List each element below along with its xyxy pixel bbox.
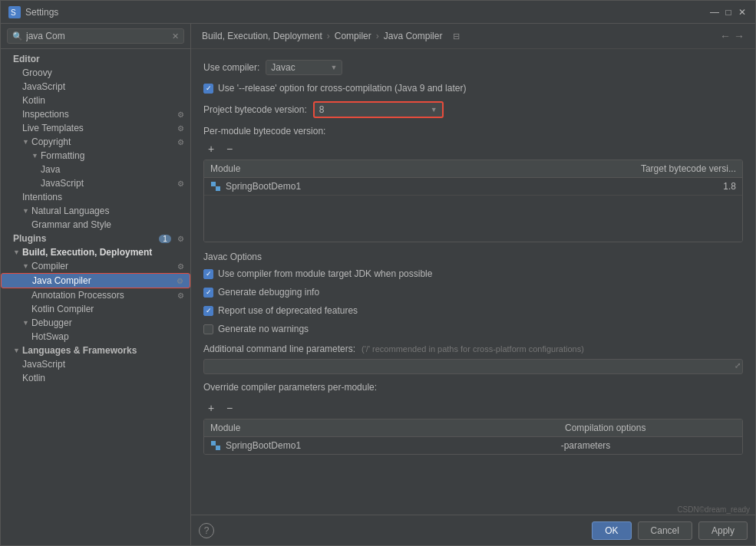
compiler-gear-icon: ⚙ — [177, 262, 184, 271]
clear-icon[interactable]: ✕ — [172, 31, 179, 41]
bottom-left: ? — [199, 523, 214, 538]
sidebar-item-editor[interactable]: Editor — [1, 52, 190, 66]
override-th-module: Module — [204, 419, 559, 436]
sidebar-item-debugger[interactable]: ▼ Debugger — [1, 316, 190, 330]
sidebar-item-plugins[interactable]: Plugins 1 ⚙ — [1, 232, 190, 245]
sidebar-item-groovy[interactable]: Groovy — [1, 66, 190, 80]
sidebar-item-grammar-style[interactable]: Grammar and Style — [1, 218, 190, 232]
sidebar-item-kotlin-lf[interactable]: Kotlin — [1, 371, 190, 385]
window-title: Settings — [25, 7, 58, 18]
nav-forward-button[interactable]: → — [734, 30, 744, 42]
per-module-row[interactable]: SpringBootDemo1 1.8 — [204, 178, 742, 196]
compiler-select-arrow: ▼ — [330, 64, 337, 71]
close-button[interactable]: ✕ — [737, 7, 748, 18]
sidebar-item-kotlin[interactable]: Kotlin — [1, 94, 190, 107]
breadcrumb-part-2: Compiler — [335, 31, 371, 41]
sidebar-item-copyright[interactable]: ▼ Copyright ⚙ — [1, 135, 190, 149]
per-module-module-cell: SpringBootDemo1 — [210, 181, 561, 192]
generate-no-warnings-label: Generate no warnings — [218, 324, 309, 334]
per-module-empty-space — [204, 196, 742, 242]
javac-options-section: Javac Options ✓ Use compiler from module… — [203, 252, 743, 334]
additional-params-field-wrap: ⤢ — [203, 359, 743, 374]
sidebar-item-java-copyright[interactable]: Java — [1, 163, 190, 176]
add-override-button[interactable]: + — [203, 400, 219, 416]
sidebar-item-java-compiler[interactable]: Java Compiler ⚙ — [1, 273, 190, 288]
project-bytecode-label: Project bytecode version: — [203, 104, 307, 115]
override-table-header: Module Compilation options — [204, 419, 742, 437]
per-module-header: Per-module bytecode version: — [203, 126, 743, 136]
per-module-table-header: Module Target bytecode versi... — [204, 160, 742, 178]
main-content-area: 🔍 ✕ Editor Groovy JavaScript Kotlin — [1, 24, 755, 545]
compiler-expand-icon: ▼ — [22, 262, 31, 270]
override-row[interactable]: SpringBootDemo1 -parameters — [204, 437, 742, 454]
compiler-select[interactable]: Javac Eclipse Ajc — [271, 62, 327, 73]
override-buttons: + − — [203, 400, 743, 416]
use-release-checkbox[interactable]: ✓ — [203, 84, 213, 94]
expand-button[interactable]: ⤢ — [735, 361, 741, 370]
nav-back-button[interactable]: ← — [720, 30, 731, 42]
lf-expand-icon: ▼ — [13, 347, 22, 354]
sidebar-item-intentions[interactable]: Intentions — [1, 190, 190, 204]
remove-override-button[interactable]: − — [222, 400, 237, 416]
breadcrumb-sep-1: › — [327, 31, 330, 41]
sidebar-item-build-exec-deploy[interactable]: ▼ Build, Execution, Deployment — [1, 245, 190, 259]
remove-module-button[interactable]: − — [222, 141, 237, 156]
sidebar-item-javascript-lf[interactable]: JavaScript — [1, 357, 190, 371]
bytecode-select[interactable]: 8 11 17 — [319, 104, 428, 115]
ok-button[interactable]: OK — [592, 521, 631, 540]
generate-no-warnings-checkbox[interactable] — [203, 324, 213, 334]
use-compiler-from-module-label: Use compiler from module target JDK when… — [218, 268, 432, 279]
override-module-cell: SpringBootDemo1 — [210, 440, 561, 451]
additional-params-hint: ('/' recommended in paths for cross-plat… — [361, 344, 584, 354]
per-module-label: Per-module bytecode version: — [203, 126, 325, 136]
override-table: Module Compilation options — [203, 419, 743, 455]
cancel-button[interactable]: Cancel — [638, 521, 692, 540]
sidebar-item-languages-frameworks[interactable]: ▼ Languages & Frameworks — [1, 344, 190, 357]
sidebar-item-hotswap[interactable]: HotSwap — [1, 330, 190, 344]
copyright-gear-icon: ⚙ — [177, 138, 184, 146]
svg-rect-3 — [216, 186, 220, 191]
search-input-wrap[interactable]: 🔍 ✕ — [7, 28, 184, 44]
sidebar-item-formatting[interactable]: ▼ Formatting — [1, 149, 190, 163]
sidebar-item-kotlin-compiler[interactable]: Kotlin Compiler — [1, 302, 190, 316]
project-bytecode-row: Project bytecode version: 8 11 17 ▼ — [203, 101, 743, 118]
override-section: Override compiler parameters per-module:… — [203, 382, 743, 455]
bytecode-select-arrow: ▼ — [431, 106, 437, 113]
compiler-select-wrap[interactable]: Javac Eclipse Ajc ▼ — [266, 60, 342, 75]
override-module-name: SpringBootDemo1 — [226, 440, 301, 451]
sidebar-item-annotation-processors[interactable]: Annotation Processors ⚙ — [1, 288, 190, 302]
apply-button[interactable]: Apply — [698, 521, 748, 540]
override-module-icon — [210, 440, 221, 451]
override-th-options: Compilation options — [559, 419, 742, 436]
sidebar-item-live-templates[interactable]: Live Templates ⚙ — [1, 121, 190, 135]
add-module-button[interactable]: + — [203, 141, 219, 156]
natural-languages-expand-icon: ▼ — [22, 207, 31, 215]
live-templates-gear-icon: ⚙ — [177, 124, 184, 133]
bytecode-select-wrap[interactable]: 8 11 17 ▼ — [313, 101, 444, 118]
use-compiler-from-module-checkbox[interactable]: ✓ — [203, 269, 213, 279]
generate-debugging-checkbox[interactable]: ✓ — [203, 288, 213, 298]
sidebar-item-inspections[interactable]: Inspections ⚙ — [1, 107, 190, 121]
sidebar-item-javascript-copyright[interactable]: JavaScript ⚙ — [1, 176, 190, 190]
additional-params-field[interactable]: ⤢ — [203, 359, 743, 374]
title-bar-left: S Settings — [8, 6, 58, 18]
use-compiler-row: Use compiler: Javac Eclipse Ajc ▼ — [203, 60, 743, 75]
sidebar-item-natural-languages[interactable]: ▼ Natural Languages — [1, 204, 190, 218]
search-input[interactable] — [26, 31, 172, 41]
copyright-expand-icon: ▼ — [22, 138, 31, 146]
generate-no-warnings-row: Generate no warnings — [203, 324, 743, 334]
per-module-table: Module Target bytecode versi... Sprin — [203, 160, 743, 242]
sidebar: 🔍 ✕ Editor Groovy JavaScript Kotlin — [1, 24, 191, 545]
svg-rect-2 — [211, 182, 216, 186]
svg-rect-4 — [211, 441, 216, 446]
maximize-button[interactable]: □ — [723, 7, 734, 18]
breadcrumb-nav: ← → — [720, 30, 744, 42]
sidebar-item-compiler[interactable]: ▼ Compiler ⚙ — [1, 259, 190, 273]
additional-params-input[interactable] — [209, 361, 738, 372]
plugins-badge: 1 — [159, 235, 171, 243]
minimize-button[interactable]: — — [709, 7, 720, 18]
report-deprecated-checkbox[interactable]: ✓ — [203, 306, 213, 316]
sidebar-item-javascript-editor[interactable]: JavaScript — [1, 80, 190, 94]
per-module-target-cell: 1.8 — [561, 181, 736, 192]
help-button[interactable]: ? — [199, 523, 214, 538]
